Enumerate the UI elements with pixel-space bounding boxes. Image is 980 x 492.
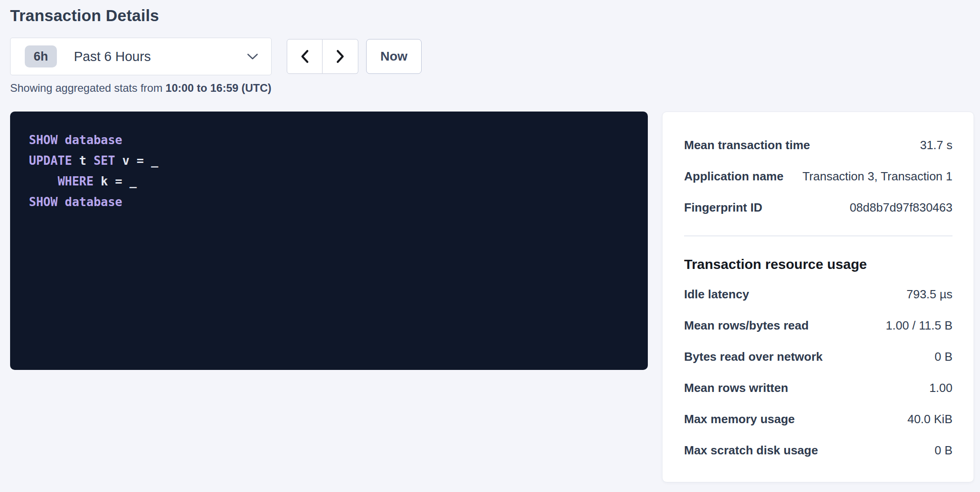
stat-value: 0 B [935, 349, 952, 364]
sql-line: SHOW database [29, 192, 629, 212]
stat-label: Max memory usage [684, 411, 795, 427]
sql-token-plain: t [72, 154, 94, 168]
sql-token-keyword: SHOW database [29, 133, 122, 147]
stat-label: Idle latency [684, 286, 749, 302]
sql-token-keyword: SHOW database [29, 195, 122, 209]
stat-value: 0 B [935, 442, 952, 458]
stat-row: Mean rows written1.00 [684, 380, 952, 396]
stat-label: Mean rows/bytes read [684, 318, 809, 333]
resource-usage-heading: Transaction resource usage [684, 256, 952, 273]
stat-row: Max scratch disk usage0 B [684, 442, 952, 458]
aggregation-summary-prefix: Showing aggregated stats from [10, 82, 166, 94]
transaction-details-card: Mean transaction time31.7 sApplication n… [662, 112, 974, 482]
stat-label: Application name [684, 168, 784, 184]
stat-row: Fingerprint ID08d8b7d97f830463 [684, 200, 952, 215]
chevron-right-icon [335, 49, 345, 64]
card-divider [684, 235, 952, 236]
stat-value: Transaction 3, Transaction 1 [802, 168, 952, 184]
stat-value: 40.0 KiB [908, 411, 952, 427]
time-controls: 6h Past 6 Hours Now [10, 38, 974, 75]
prev-interval-button[interactable] [287, 39, 323, 74]
stat-row: Max memory usage40.0 KiB [684, 411, 952, 427]
time-range-badge: 6h [25, 45, 57, 67]
stat-row: Idle latency793.5 µs [684, 286, 952, 302]
stat-value: 793.5 µs [907, 286, 952, 302]
sql-statement-box: SHOW databaseUPDATE t SET v = _ WHERE k … [10, 112, 648, 370]
sql-token-keyword: WHERE [58, 174, 94, 188]
stat-label: Bytes read over network [684, 349, 823, 364]
stat-row: Mean transaction time31.7 s [684, 137, 952, 153]
chevron-left-icon [300, 49, 310, 64]
now-button[interactable]: Now [366, 39, 422, 74]
stat-row: Bytes read over network0 B [684, 349, 952, 364]
sql-token-plain: v = _ [115, 154, 158, 168]
transaction-details-page: Transaction Details 6h Past 6 Hours Now [0, 0, 980, 482]
sql-line: WHERE k = _ [29, 171, 629, 192]
stat-value: 31.7 s [920, 137, 952, 153]
stat-value: 1.00 / 11.5 B [885, 318, 952, 333]
aggregation-summary-range: 10:00 to 16:59 (UTC) [166, 82, 272, 94]
stat-label: Mean transaction time [684, 137, 810, 153]
stat-row: Application nameTransaction 3, Transacti… [684, 168, 952, 184]
stat-label: Max scratch disk usage [684, 442, 818, 458]
stat-label: Fingerprint ID [684, 200, 762, 215]
stat-row: Mean rows/bytes read1.00 / 11.5 B [684, 318, 952, 333]
resource-usage-stats: Idle latency793.5 µsMean rows/bytes read… [684, 286, 952, 458]
main-content: SHOW databaseUPDATE t SET v = _ WHERE k … [10, 112, 974, 482]
sql-line: SHOW database [29, 130, 629, 151]
interval-arrow-group [287, 39, 358, 74]
page-title: Transaction Details [10, 6, 974, 25]
summary-stats: Mean transaction time31.7 sApplication n… [684, 137, 952, 215]
time-range-selected-label: Past 6 Hours [74, 49, 151, 64]
stat-label: Mean rows written [684, 380, 788, 396]
chevron-down-icon [247, 53, 258, 60]
time-range-dropdown[interactable]: 6h Past 6 Hours [10, 38, 272, 75]
sql-token-keyword: SET [94, 154, 115, 168]
sql-token-keyword: UPDATE [29, 154, 72, 168]
next-interval-button[interactable] [323, 39, 358, 74]
stat-value: 1.00 [929, 380, 952, 396]
sql-token-plain: k = _ [94, 174, 137, 188]
sql-line: UPDATE t SET v = _ [29, 151, 629, 171]
aggregation-summary: Showing aggregated stats from 10:00 to 1… [10, 82, 974, 95]
stat-value: 08d8b7d97f830463 [850, 200, 952, 215]
sql-token-plain [29, 174, 58, 188]
